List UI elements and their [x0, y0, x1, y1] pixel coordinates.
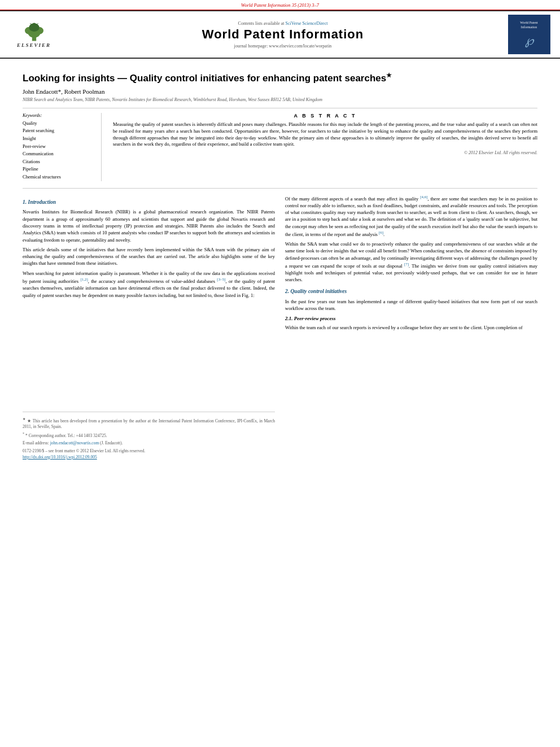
doi-link[interactable]: http://dx.doi.org/10.1016/j.wpi.2012.09.…	[23, 455, 97, 460]
right-intro-para-1: Of the many different aspects of a searc…	[285, 194, 537, 238]
intro-heading: 1. Introduction	[23, 199, 275, 207]
elsevier-logo-area: ELSEVIER	[6, 19, 62, 50]
sciverse-link[interactable]: SciVerse ScienceDirect	[286, 21, 328, 26]
email-link[interactable]: john.endacott@novartis.com	[50, 440, 99, 445]
intro-para-3: When searching for patent information qu…	[23, 270, 275, 299]
ref-6: [6]	[379, 230, 383, 235]
keyword-chemical-structures: Chemical structures	[23, 173, 94, 181]
abstract-section: Keywords: Quality Patent searching Insig…	[23, 113, 537, 181]
intro-para-1: Novartis Institutes for Biomedical Resea…	[23, 208, 275, 243]
footnote-email: E-mail address: john.endacott@novartis.c…	[23, 440, 275, 447]
keyword-patent-searching: Patent searching	[23, 127, 94, 135]
journal-reference: World Patent Information 35 (2013) 3–7	[241, 2, 319, 8]
abstract-text: Measuring the quality of patent searches…	[113, 121, 537, 148]
elsevier-tree-icon	[19, 21, 50, 42]
peer-heading: 2.1. Peer-review process	[285, 315, 537, 322]
email-suffix: (J. Endacott).	[99, 440, 123, 445]
intro-para-2: This article details some of the initiat…	[23, 246, 275, 267]
footnote-asterisk-sup: *	[23, 431, 24, 435]
journal-reference-bar: World Patent Information 35 (2013) 3–7	[0, 0, 560, 10]
article-title: Looking for insights — Quality control i…	[23, 71, 537, 85]
journal-logo-area: World PatentInformation ℘	[504, 15, 554, 54]
email-address: john.endacott@novartis.com	[50, 440, 99, 445]
homepage-text: journal homepage: www.elsevier.com/locat…	[234, 43, 332, 49]
body-columns: 1. Introduction Novartis Institutes for …	[23, 194, 537, 461]
journal-header: ELSEVIER Contents lists available at Sci…	[0, 10, 560, 59]
keyword-peer-review: Peer-review	[23, 143, 94, 151]
journal-logo-box: World PatentInformation ℘	[508, 15, 550, 54]
issn-footer: 0172-2190/$ – see front matter © 2012 El…	[23, 448, 275, 455]
abstract-title: A B S T R A C T	[113, 113, 537, 119]
body-left-column: 1. Introduction Novartis Institutes for …	[23, 194, 275, 461]
ref-1-2: [1,2]	[80, 277, 88, 282]
svg-point-7	[32, 23, 36, 26]
qci-heading: 2. Quality control initiatives	[285, 288, 537, 296]
elsevier-text: ELSEVIER	[17, 42, 51, 48]
divider-abstract	[23, 188, 537, 189]
body-right-column: Of the many different aspects of a searc…	[285, 194, 537, 461]
main-content: Looking for insights — Quality control i…	[0, 59, 560, 472]
title-star: ★	[386, 72, 392, 78]
keyword-quality: Quality	[23, 120, 94, 128]
journal-homepage: journal homepage: www.elsevier.com/locat…	[68, 43, 498, 49]
keyword-citations: Citations	[23, 158, 94, 166]
qci-para-1: In the past few years our team has imple…	[285, 298, 537, 312]
keywords-list: Quality Patent searching Insight Peer-re…	[23, 120, 94, 181]
article-title-text: Looking for insights — Quality control i…	[23, 73, 386, 84]
journal-title: World Patent Information	[68, 27, 498, 42]
footnote-star-sup: ★	[23, 417, 26, 421]
ref-3-5: [3–5]	[217, 277, 225, 282]
keywords-column: Keywords: Quality Patent searching Insig…	[23, 113, 102, 181]
abstract-copyright: © 2012 Elsevier Ltd. All rights reserved…	[113, 150, 537, 155]
ref-4-6: [4,6]	[420, 195, 427, 199]
left-col-footer-spacer: ★ ★ This article has been developed from…	[23, 412, 275, 461]
article-authors: John Endacott*, Robert Poolman	[23, 88, 537, 95]
page-container: World Patent Information 35 (2013) 3–7 E…	[0, 0, 560, 747]
keywords-title: Keywords:	[23, 113, 94, 118]
divider-top	[23, 108, 537, 108]
email-label: E-mail address:	[23, 440, 50, 445]
right-intro-para-2: Within the S&A team what could we do to …	[285, 241, 537, 283]
footnote-divider	[23, 412, 275, 412]
abstract-column: A B S T R A C T Measuring the quality of…	[113, 113, 537, 181]
peer-para-1: Within the team each of our search repor…	[285, 324, 537, 331]
logo-title-text: World PatentInformation	[520, 21, 537, 30]
doi-footer: http://dx.doi.org/10.1016/j.wpi.2012.09.…	[23, 455, 275, 461]
ref-7: [7]	[404, 262, 409, 267]
article-affiliation: NIBR Search and Analytics Team, NIBR Pat…	[23, 97, 537, 102]
logo-symbol: ℘	[525, 33, 533, 48]
journal-header-center: Contents lists available at SciVerse Sci…	[62, 21, 504, 49]
footnote-corresponding: * * Corresponding author. Tel.: +44 1403…	[23, 431, 275, 439]
authors-text: John Endacott*, Robert Poolman	[23, 88, 104, 95]
keyword-insight: Insight	[23, 135, 94, 143]
sciverse-line: Contents lists available at SciVerse Sci…	[68, 21, 498, 26]
keyword-pipeline: Pipeline	[23, 165, 94, 173]
sciverse-prefix: Contents lists available at	[238, 21, 286, 26]
footnote-star: ★ ★ This article has been developed from…	[23, 417, 275, 430]
keyword-communication: Communication	[23, 150, 94, 158]
elsevier-logo: ELSEVIER	[8, 19, 59, 50]
